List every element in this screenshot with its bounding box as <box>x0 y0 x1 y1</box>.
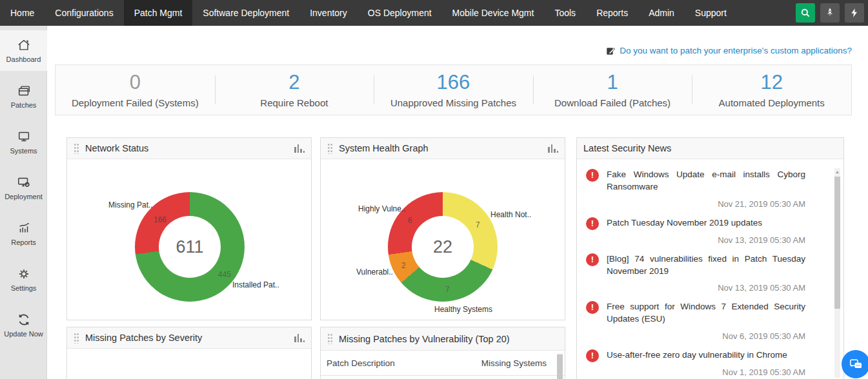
news-item: ! Patch Tuesday November 2019 updates No… <box>586 217 805 245</box>
nav-item-reports[interactable]: Reports <box>586 0 638 26</box>
slice-value-installed-patches: 445 <box>218 270 231 279</box>
sidebar-item-dashboard[interactable]: Dashboard <box>0 30 47 71</box>
panel-header: System Health Graph <box>321 138 565 159</box>
search-button[interactable] <box>796 3 815 23</box>
nav-item-inventory[interactable]: Inventory <box>299 0 358 26</box>
slice-label-vulnerable: Vulnerabl.. <box>356 267 393 277</box>
drag-handle-icon[interactable] <box>327 333 333 344</box>
news-date: Nov 13, 2019 05:30 AM <box>607 283 805 293</box>
rocket-icon <box>824 7 836 19</box>
stat-label: Require Reboot <box>215 97 374 108</box>
sidebar-item-patches[interactable]: Patches <box>0 76 47 117</box>
sidebar-item-reports[interactable]: Reports <box>0 213 47 254</box>
sidebar-item-settings[interactable]: Settings <box>0 259 47 300</box>
nav-item-home[interactable]: Home <box>0 0 45 26</box>
slice-label-healthy-systems: Healthy Systems <box>434 305 492 314</box>
news-item: ! Fake Windows Update e-mail installs Cy… <box>586 169 805 209</box>
news-title-link[interactable]: Free support for Windows 7 Extended Secu… <box>607 301 805 326</box>
stat-value: 166 <box>374 71 533 94</box>
summary-stats-bar: 0 Deployment Failed (Systems) 2 Require … <box>55 64 852 115</box>
nav-item-admin[interactable]: Admin <box>638 0 685 26</box>
custom-apps-link-text: Do you want to patch your enterprise's c… <box>620 46 852 55</box>
news-list: ! Fake Windows Update e-mail installs Cy… <box>577 160 827 379</box>
stat-require-reboot[interactable]: 2 Require Reboot <box>215 65 374 115</box>
stat-label: Unapproved Missing Patches <box>374 97 533 108</box>
slice-label-installed-patches: Installed Pat.. <box>232 280 279 289</box>
nav-item-tools[interactable]: Tools <box>544 0 586 26</box>
sidebar: Dashboard Patches Systems Deployment Rep… <box>0 26 47 379</box>
sidebar-item-deployment[interactable]: Deployment <box>0 168 47 208</box>
sidebar-item-label: Systems <box>10 147 37 155</box>
custom-apps-link[interactable]: Do you want to patch your enterprise's c… <box>606 46 852 55</box>
nav-item-patch-mgmt[interactable]: Patch Mgmt <box>124 0 193 26</box>
scroll-up-arrow-icon[interactable]: ▲ <box>834 168 840 175</box>
nav-spacer <box>737 0 796 26</box>
slice-label-highly-vulnerable: Highly Vulne.. <box>358 204 406 213</box>
settings-gear-icon <box>17 267 31 281</box>
sidebar-item-label: Settings <box>11 284 37 292</box>
stat-value: 0 <box>56 71 215 94</box>
stat-automated-deployments[interactable]: 12 Automated Deployments <box>692 65 851 115</box>
drag-handle-icon[interactable] <box>327 143 333 154</box>
quick-actions-button[interactable] <box>845 3 864 23</box>
news-title-link[interactable]: [Blog] 74 vulnerabilities fixed in Patch… <box>607 253 805 278</box>
stat-label: Automated Deployments <box>692 97 851 108</box>
systems-icon <box>16 130 32 144</box>
pencil-edit-icon <box>606 46 616 55</box>
scrollbar-thumb[interactable] <box>834 177 840 309</box>
stat-unapproved-missing-patches[interactable]: 166 Unapproved Missing Patches <box>374 65 533 115</box>
stat-label: Download Failed (Patches) <box>533 97 692 108</box>
alert-icon: ! <box>586 253 599 266</box>
security-news-panel: Latest Security News ! Fake Windows Upda… <box>576 137 844 379</box>
panel-header: Network Status <box>67 138 311 159</box>
slice-value-vulnerable: 2 <box>401 261 406 270</box>
drag-handle-icon[interactable] <box>74 143 79 154</box>
network-status-panel: Network Status 611 Missing Pat.. 166 445… <box>66 137 312 320</box>
slice-value-missing-patches: 166 <box>154 215 167 224</box>
system-health-panel: System Health Graph 22 Highly Vulne.. 6 … <box>320 137 565 320</box>
slice-value-healthy-systems: 7 <box>445 285 450 294</box>
sidebar-item-label: Patches <box>11 101 37 109</box>
nav-item-mobile-device-mgmt[interactable]: Mobile Device Mgmt <box>442 0 545 26</box>
nav-item-os-deployment[interactable]: OS Deployment <box>358 0 442 26</box>
news-title-link[interactable]: Fake Windows Update e-mail installs Cybo… <box>607 169 805 193</box>
stat-value: 12 <box>692 71 851 94</box>
chart-type-icon[interactable] <box>548 144 558 153</box>
sidebar-item-label: Dashboard <box>6 55 41 63</box>
stat-label: Deployment Failed (Systems) <box>56 97 215 108</box>
news-date: Nov 6, 2019 05:30 AM <box>607 331 805 341</box>
deployment-icon <box>16 175 32 190</box>
home-icon <box>16 38 32 52</box>
alert-icon: ! <box>586 349 599 362</box>
slice-value-health-not-available: 7 <box>476 220 480 229</box>
sidebar-item-label: Update Now <box>4 330 43 338</box>
alert-icon: ! <box>586 169 599 182</box>
news-title-link[interactable]: Use-after-free zero day vulnerability in… <box>607 349 805 362</box>
chart-type-icon[interactable] <box>294 144 305 153</box>
drag-handle-icon[interactable] <box>74 333 79 344</box>
column-header-missing-systems: Missing Systems <box>481 358 547 368</box>
sidebar-item-update-now[interactable]: Update Now <box>0 305 47 345</box>
scrollbar-thumb[interactable] <box>557 355 563 379</box>
top-navbar: Home Configurations Patch Mgmt Software … <box>0 0 868 26</box>
sidebar-item-systems[interactable]: Systems <box>0 122 47 162</box>
patches-icon <box>16 84 32 98</box>
chart-type-icon[interactable] <box>294 334 305 342</box>
vulnerability-panel: Missing Patches by Vulnerability (Top 20… <box>320 327 565 379</box>
nav-item-configurations[interactable]: Configurations <box>45 0 123 26</box>
news-scrollbar[interactable]: ▲ <box>834 168 840 378</box>
chat-support-button[interactable] <box>842 350 868 378</box>
stat-download-failed[interactable]: 1 Download Failed (Patches) <box>533 65 692 115</box>
stat-value: 2 <box>215 71 374 94</box>
table-scrollbar[interactable] <box>557 353 563 379</box>
nav-item-software-deployment[interactable]: Software Deployment <box>192 0 299 26</box>
stat-deployment-failed[interactable]: 0 Deployment Failed (Systems) <box>56 65 215 115</box>
news-date: Nov 21, 2019 05:30 AM <box>607 199 805 209</box>
news-title-link[interactable]: Patch Tuesday November 2019 updates <box>607 217 805 229</box>
nav-item-support[interactable]: Support <box>685 0 737 26</box>
alert-icon: ! <box>586 301 599 314</box>
panel-title: Missing Patches by Severity <box>85 333 202 343</box>
panel-header: Missing Patches by Vulnerability (Top 20… <box>321 327 565 351</box>
launch-button[interactable] <box>820 3 840 23</box>
panel-header: Missing Patches by Severity <box>67 327 311 349</box>
